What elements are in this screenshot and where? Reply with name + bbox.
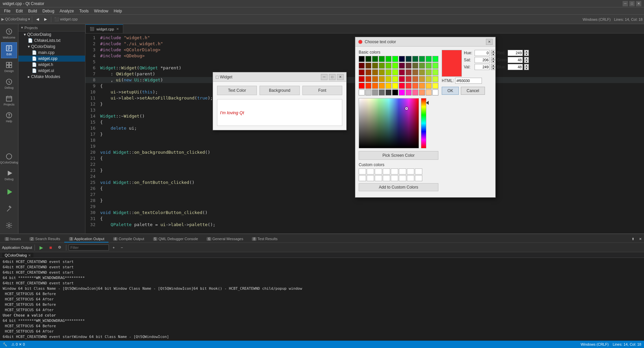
basic-swatch-17[interactable]	[385, 63, 391, 69]
sidebar-item-run[interactable]	[1, 184, 17, 200]
hue-down[interactable]: ▼	[491, 53, 496, 56]
hue-input[interactable]	[475, 50, 490, 56]
output-stop-btn[interactable]: ■	[47, 244, 54, 251]
basic-swatch-57[interactable]	[412, 83, 418, 89]
basic-swatch-26[interactable]	[365, 69, 371, 75]
pick-screen-btn[interactable]: Pick Screen Color	[359, 151, 438, 160]
custom-swatch-5[interactable]	[391, 168, 398, 175]
bottom-tab-testresults[interactable]: 8 Test Results	[247, 236, 281, 242]
output-minus-btn[interactable]: −	[119, 244, 125, 251]
tree-folder-cmake[interactable]: ▸ CMake Modules	[18, 74, 85, 80]
hue-slider[interactable]	[421, 98, 426, 148]
menu-analyze[interactable]: Analyze	[57, 8, 77, 14]
basic-swatch-13[interactable]	[359, 63, 365, 69]
sat-down[interactable]: ▼	[491, 60, 496, 63]
basic-swatch-27[interactable]	[372, 69, 378, 75]
build-config[interactable]: Windows (CRLF)	[583, 17, 611, 21]
basic-swatch-59[interactable]	[426, 83, 432, 89]
basic-swatch-20[interactable]	[406, 63, 412, 69]
custom-swatch-2[interactable]	[367, 168, 374, 175]
basic-swatch-46[interactable]	[419, 76, 425, 82]
basic-swatch-49[interactable]	[359, 83, 365, 89]
custom-swatch-16[interactable]	[415, 175, 422, 181]
basic-swatch-36[interactable]	[432, 69, 438, 75]
basic-swatch-8[interactable]	[406, 56, 412, 62]
tree-item-cmakelists[interactable]: 📄 CMakeLists.txt	[18, 38, 85, 44]
html-input[interactable]	[455, 78, 482, 84]
custom-swatch-9[interactable]	[359, 175, 366, 181]
custom-swatch-14[interactable]	[399, 175, 406, 181]
tree-root-qcolordialog[interactable]: ▾ QColorDialog	[18, 31, 85, 38]
custom-swatch-1[interactable]	[359, 168, 366, 175]
basic-swatch-66[interactable]	[392, 89, 398, 95]
basic-swatch-61[interactable]	[359, 89, 365, 95]
output-add-btn[interactable]: +	[110, 244, 117, 251]
basic-swatch-2[interactable]	[365, 56, 371, 62]
val-down[interactable]: ▼	[491, 67, 496, 70]
custom-swatch-15[interactable]	[407, 175, 414, 181]
maximize-btn[interactable]: □	[629, 1, 635, 6]
sat-up[interactable]: ▲	[491, 57, 496, 60]
basic-swatch-42[interactable]	[392, 76, 398, 82]
tab-close-widgetcpp[interactable]: ✕	[116, 27, 119, 31]
val-input[interactable]	[475, 64, 490, 70]
green-input[interactable]	[508, 57, 523, 63]
basic-swatch-19[interactable]	[399, 63, 405, 69]
basic-swatch-71[interactable]	[426, 89, 432, 95]
basic-swatch-32[interactable]	[406, 69, 412, 75]
basic-swatch-21[interactable]	[412, 63, 418, 69]
output-filter-input[interactable]	[69, 245, 109, 251]
background-button[interactable]: Background	[260, 86, 299, 95]
close-btn[interactable]: ✕	[636, 1, 641, 6]
basic-swatch-58[interactable]	[419, 83, 425, 89]
custom-swatch-10[interactable]	[367, 175, 374, 181]
basic-swatch-45[interactable]	[412, 76, 418, 82]
bottom-tab-qml[interactable]: 5 QML Debugger Console	[148, 236, 202, 242]
basic-swatch-3[interactable]	[372, 56, 378, 62]
red-up[interactable]: ▲	[524, 50, 529, 53]
basic-swatch-56[interactable]	[406, 83, 412, 89]
bottom-tab-appoutput[interactable]: 3 Application Output	[64, 236, 109, 242]
tree-item-widgeth[interactable]: 📄 widget.h	[18, 62, 85, 68]
basic-swatch-38[interactable]	[365, 76, 371, 82]
basic-swatch-15[interactable]	[372, 63, 378, 69]
bottom-tab-general[interactable]: 6 General Messages	[202, 236, 247, 242]
sidebar-item-edit[interactable]: Edit	[1, 42, 17, 58]
basic-swatch-53[interactable]	[385, 83, 391, 89]
basic-swatch-52[interactable]	[379, 83, 385, 89]
basic-swatch-7[interactable]	[399, 56, 405, 62]
sidebar-item-debug[interactable]: Debug	[1, 76, 17, 92]
menu-build[interactable]: Build	[25, 8, 40, 14]
basic-swatch-1[interactable]	[359, 56, 365, 62]
sidebar-item-help[interactable]: Help	[1, 109, 17, 125]
basic-swatch-16[interactable]	[379, 63, 385, 69]
basic-swatch-50[interactable]	[365, 83, 371, 89]
cancel-button[interactable]: Cancel	[461, 87, 485, 95]
sidebar-item-qcolordialog[interactable]: QColorDialog	[1, 150, 17, 166]
basic-swatch-54[interactable]	[392, 83, 398, 89]
menu-file[interactable]: File	[1, 8, 13, 14]
basic-swatch-33[interactable]	[412, 69, 418, 75]
basic-swatch-22[interactable]	[419, 63, 425, 69]
basic-swatch-44[interactable]	[406, 76, 412, 82]
tree-folder-qcolordialog[interactable]: ▾ QColorDialog	[18, 44, 85, 50]
color-spectrum[interactable]	[359, 98, 419, 148]
custom-swatch-13[interactable]	[391, 175, 398, 181]
custom-swatch-12[interactable]	[383, 175, 390, 181]
custom-swatch-6[interactable]	[399, 168, 406, 175]
output-run-btn[interactable]: ▶	[37, 244, 46, 251]
basic-swatch-30[interactable]	[392, 69, 398, 75]
basic-swatch-55[interactable]	[399, 83, 405, 89]
green-up[interactable]: ▲	[524, 57, 529, 60]
basic-swatch-23[interactable]	[426, 63, 432, 69]
basic-swatch-28[interactable]	[379, 69, 385, 75]
menu-window[interactable]: Window	[91, 8, 111, 14]
basic-swatch-43[interactable]	[399, 76, 405, 82]
basic-swatch-12[interactable]	[432, 56, 438, 62]
basic-swatch-31[interactable]	[399, 69, 405, 75]
basic-swatch-62[interactable]	[365, 89, 371, 95]
output-content[interactable]: 64bit HCBT_CREATEWND event start 64bit H…	[0, 258, 644, 341]
basic-swatch-63[interactable]	[372, 89, 378, 95]
custom-swatch-3[interactable]	[375, 168, 382, 175]
sidebar-item-projects[interactable]: Projects	[1, 92, 17, 109]
